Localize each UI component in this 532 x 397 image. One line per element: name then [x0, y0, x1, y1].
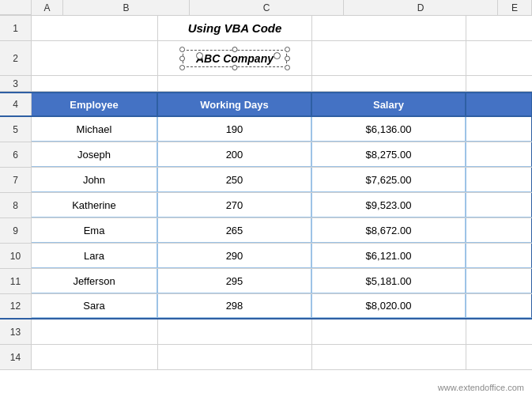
cell-4c[interactable]: Working Days	[158, 93, 312, 115]
row-8: 8 Katherine 270 $9,523.00	[0, 193, 532, 218]
cell-4e[interactable]	[466, 93, 532, 115]
cell-13b[interactable]	[32, 319, 158, 344]
row-num-14: 14	[0, 345, 32, 369]
cell-8d[interactable]: $9,523.00	[312, 193, 466, 217]
row-num-6: 6	[0, 142, 32, 167]
row-13: 13	[0, 319, 532, 345]
cell-8b[interactable]: Katherine	[32, 193, 158, 217]
cell-10d[interactable]: $6,121.00	[312, 244, 466, 268]
cell-3d[interactable]	[312, 76, 466, 91]
cell-14b[interactable]	[32, 345, 158, 369]
cell-14e[interactable]	[466, 345, 532, 369]
row-6: 6 Joseph 200 $8,275.00	[0, 142, 532, 168]
cell-12d[interactable]: $8,020.00	[312, 294, 466, 318]
cell-10b[interactable]: Lara	[32, 244, 158, 268]
cell-7c[interactable]: 250	[158, 168, 312, 192]
row-7: 7 John 250 $7,625.00	[0, 168, 532, 193]
cell-2b[interactable]	[32, 41, 158, 75]
cell-4d[interactable]: Salary	[312, 93, 466, 115]
cell-6d[interactable]: $8,275.00	[312, 142, 466, 167]
cell-7b[interactable]: John	[32, 168, 158, 192]
cell-6b[interactable]: Joseph	[32, 142, 158, 167]
col-header-e: E	[498, 0, 532, 15]
cell-1d[interactable]	[312, 16, 466, 40]
row-num-9: 9	[0, 218, 32, 243]
subtitle-container: ABC Company	[163, 43, 307, 74]
row-5: 5 Michael 190 $6,136.00	[0, 117, 532, 142]
cell-9e[interactable]	[466, 218, 532, 243]
cell-11d[interactable]: $5,181.00	[312, 269, 466, 293]
handle-mr	[285, 55, 290, 61]
row-12: 12 Sara 298 $8,020.00	[0, 294, 532, 319]
cell-1b[interactable]	[32, 16, 158, 40]
col-header-b: B	[63, 0, 190, 15]
cell-5d[interactable]: $6,136.00	[312, 117, 466, 142]
cell-10c[interactable]: 290	[158, 244, 312, 268]
row-num-3: 3	[0, 76, 32, 91]
row-10: 10 Lara 290 $6,121.00	[0, 244, 532, 269]
cell-9d[interactable]: $8,672.00	[312, 218, 466, 243]
cell-14c[interactable]	[158, 345, 312, 369]
row-14: 14	[0, 345, 532, 370]
cell-2e[interactable]	[466, 41, 532, 75]
column-headers: A B C D E	[0, 0, 532, 16]
cell-12e[interactable]	[466, 294, 532, 318]
row-3: 3	[0, 76, 532, 92]
cell-2c[interactable]: ABC Company	[158, 41, 312, 75]
row-9: 9 Ema 265 $8,672.00	[0, 218, 532, 244]
cell-9c[interactable]: 265	[158, 218, 312, 243]
cell-3c[interactable]	[158, 76, 312, 91]
row-num-2: 2	[0, 41, 32, 75]
handle-tl	[179, 47, 185, 52]
handle-tm	[232, 47, 237, 52]
cell-4b[interactable]: Employee	[32, 93, 158, 115]
cell-6c[interactable]: 200	[158, 142, 312, 167]
col-header-d: D	[344, 0, 498, 15]
handle-ml	[179, 55, 185, 61]
cell-5b[interactable]: Michael	[32, 117, 158, 142]
cell-3e[interactable]	[466, 76, 532, 91]
row-11: 11 Jefferson 295 $5,181.00	[0, 269, 532, 294]
handle-br	[285, 65, 290, 70]
cell-8c[interactable]: 270	[158, 193, 312, 217]
cell-3b[interactable]	[32, 76, 158, 91]
row-4: 4 Employee Working Days Salary	[0, 92, 532, 117]
spreadsheet: A B C D E 1 Using VBA Code 2 ABC Company	[0, 0, 532, 397]
cell-10e[interactable]	[466, 244, 532, 268]
corner-cell	[0, 0, 32, 15]
row-num-11: 11	[0, 269, 32, 293]
cell-7e[interactable]	[466, 168, 532, 192]
col-header-c: C	[190, 0, 344, 15]
cell-2d[interactable]	[312, 41, 466, 75]
cell-11c[interactable]: 295	[158, 269, 312, 293]
handle-tr	[285, 47, 290, 52]
handle-bm	[232, 65, 237, 70]
row-1: 1 Using VBA Code	[0, 16, 532, 41]
row-num-1: 1	[0, 16, 32, 40]
cell-8e[interactable]	[466, 193, 532, 217]
cell-12c[interactable]: 298	[158, 294, 312, 318]
row-2: 2 ABC Company	[0, 41, 532, 76]
cell-5c[interactable]: 190	[158, 117, 312, 142]
cell-9b[interactable]: Ema	[32, 218, 158, 243]
cell-6e[interactable]	[466, 142, 532, 167]
cell-11e[interactable]	[466, 269, 532, 293]
cell-13d[interactable]	[312, 319, 466, 344]
cell-13c[interactable]	[158, 319, 312, 344]
cell-11b[interactable]: Jefferson	[32, 269, 158, 293]
cell-12b[interactable]: Sara	[32, 294, 158, 318]
cell-5e[interactable]	[466, 117, 532, 142]
row-num-12: 12	[0, 294, 32, 318]
cell-13e[interactable]	[466, 319, 532, 344]
row-num-4: 4	[0, 93, 32, 115]
watermark: www.extendoffice.com	[438, 383, 524, 392]
cell-14d[interactable]	[312, 345, 466, 369]
col-header-a: A	[32, 0, 63, 15]
row-num-10: 10	[0, 244, 32, 268]
row-num-5: 5	[0, 117, 32, 142]
cell-1c[interactable]: Using VBA Code	[158, 16, 312, 40]
handle-bl	[179, 65, 185, 70]
row-num-13: 13	[0, 319, 32, 344]
cell-7d[interactable]: $7,625.00	[312, 168, 466, 192]
cell-1e[interactable]	[466, 16, 532, 40]
